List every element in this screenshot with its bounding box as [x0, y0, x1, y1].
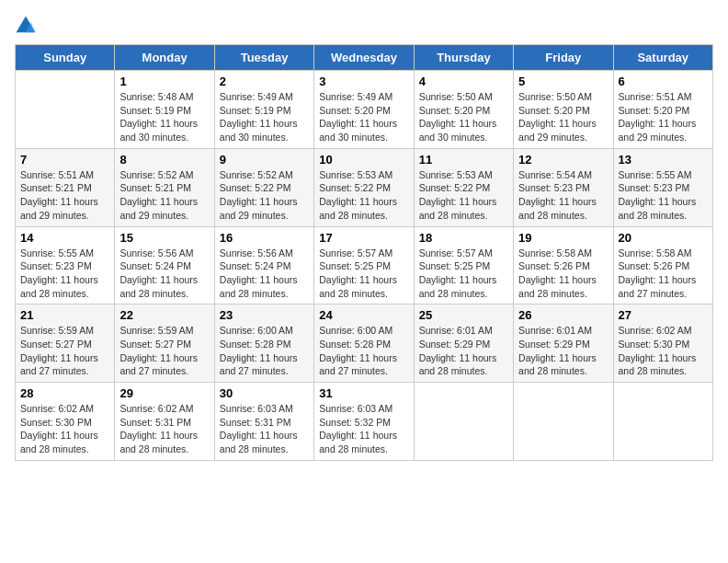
day-cell: 30Sunrise: 6:03 AMSunset: 5:31 PMDayligh…: [214, 383, 313, 461]
day-info: Sunrise: 6:01 AMSunset: 5:29 PMDaylight:…: [419, 324, 508, 378]
day-number: 4: [419, 75, 508, 88]
day-info: Sunrise: 5:59 AMSunset: 5:27 PMDaylight:…: [20, 324, 109, 378]
day-info: Sunrise: 5:57 AMSunset: 5:25 PMDaylight:…: [319, 247, 408, 301]
col-header-thursday: Thursday: [414, 45, 513, 71]
day-number: 23: [220, 308, 309, 322]
col-header-friday: Friday: [514, 45, 613, 71]
day-info: Sunrise: 6:03 AMSunset: 5:31 PMDaylight:…: [220, 402, 309, 456]
day-number: 18: [419, 231, 508, 245]
day-cell: 29Sunrise: 6:02 AMSunset: 5:31 PMDayligh…: [115, 383, 214, 461]
day-cell: 20Sunrise: 5:58 AMSunset: 5:26 PMDayligh…: [613, 226, 712, 304]
day-number: 15: [119, 231, 209, 245]
day-number: 2: [220, 75, 309, 88]
day-info: Sunrise: 5:49 AMSunset: 5:19 PMDaylight:…: [220, 90, 309, 144]
week-row-5: 28Sunrise: 6:02 AMSunset: 5:30 PMDayligh…: [16, 383, 713, 461]
day-cell: 7Sunrise: 5:51 AMSunset: 5:21 PMDaylight…: [16, 148, 115, 226]
day-number: 6: [619, 75, 708, 88]
day-cell: 1Sunrise: 5:48 AMSunset: 5:19 PMDaylight…: [115, 71, 214, 149]
day-number: 21: [20, 308, 109, 322]
day-cell: [414, 383, 513, 461]
day-number: 3: [319, 75, 408, 88]
day-number: 12: [518, 153, 608, 167]
day-number: 29: [119, 386, 209, 400]
day-number: 25: [419, 308, 508, 322]
day-cell: 31Sunrise: 6:03 AMSunset: 5:32 PMDayligh…: [314, 383, 414, 461]
day-number: 24: [319, 308, 408, 322]
day-info: Sunrise: 5:56 AMSunset: 5:24 PMDaylight:…: [220, 247, 309, 301]
day-info: Sunrise: 5:51 AMSunset: 5:21 PMDaylight:…: [20, 168, 109, 223]
day-cell: 10Sunrise: 5:53 AMSunset: 5:22 PMDayligh…: [314, 148, 414, 226]
day-number: 5: [518, 75, 608, 88]
day-number: 13: [619, 153, 708, 167]
day-cell: 3Sunrise: 5:49 AMSunset: 5:20 PMDaylight…: [314, 71, 414, 149]
week-row-3: 14Sunrise: 5:55 AMSunset: 5:23 PMDayligh…: [16, 226, 713, 304]
day-info: Sunrise: 5:48 AMSunset: 5:19 PMDaylight:…: [119, 90, 209, 144]
day-info: Sunrise: 5:58 AMSunset: 5:26 PMDaylight:…: [518, 247, 608, 301]
logo: [15, 15, 40, 37]
col-header-monday: Monday: [115, 45, 214, 71]
day-number: 9: [220, 153, 309, 167]
day-info: Sunrise: 5:52 AMSunset: 5:21 PMDaylight:…: [119, 168, 209, 223]
day-info: Sunrise: 6:02 AMSunset: 5:30 PMDaylight:…: [20, 402, 109, 456]
header-row: SundayMondayTuesdayWednesdayThursdayFrid…: [16, 45, 713, 71]
day-cell: 9Sunrise: 5:52 AMSunset: 5:22 PMDaylight…: [214, 148, 313, 226]
day-number: 1: [119, 75, 209, 88]
day-info: Sunrise: 5:55 AMSunset: 5:23 PMDaylight:…: [619, 168, 708, 223]
col-header-sunday: Sunday: [16, 45, 115, 71]
day-info: Sunrise: 5:58 AMSunset: 5:26 PMDaylight:…: [619, 247, 708, 301]
day-info: Sunrise: 5:57 AMSunset: 5:25 PMDaylight:…: [419, 247, 508, 301]
day-cell: 5Sunrise: 5:50 AMSunset: 5:20 PMDaylight…: [514, 71, 613, 149]
calendar-table: SundayMondayTuesdayWednesdayThursdayFrid…: [15, 44, 713, 461]
day-info: Sunrise: 5:59 AMSunset: 5:27 PMDaylight:…: [119, 324, 209, 378]
day-info: Sunrise: 5:51 AMSunset: 5:20 PMDaylight:…: [619, 90, 708, 144]
day-number: 8: [119, 153, 209, 167]
day-cell: 4Sunrise: 5:50 AMSunset: 5:20 PMDaylight…: [414, 71, 513, 149]
day-cell: 22Sunrise: 5:59 AMSunset: 5:27 PMDayligh…: [115, 304, 214, 383]
day-info: Sunrise: 5:50 AMSunset: 5:20 PMDaylight:…: [518, 90, 608, 144]
day-cell: 15Sunrise: 5:56 AMSunset: 5:24 PMDayligh…: [115, 226, 214, 304]
day-cell: 2Sunrise: 5:49 AMSunset: 5:19 PMDaylight…: [214, 71, 313, 149]
day-number: 31: [319, 386, 408, 400]
day-cell: 28Sunrise: 6:02 AMSunset: 5:30 PMDayligh…: [16, 383, 115, 461]
day-info: Sunrise: 5:56 AMSunset: 5:24 PMDaylight:…: [119, 247, 209, 301]
week-row-1: 1Sunrise: 5:48 AMSunset: 5:19 PMDaylight…: [16, 71, 713, 149]
day-cell: 21Sunrise: 5:59 AMSunset: 5:27 PMDayligh…: [16, 304, 115, 383]
day-cell: 13Sunrise: 5:55 AMSunset: 5:23 PMDayligh…: [613, 148, 712, 226]
day-number: 30: [220, 386, 309, 400]
day-cell: [613, 383, 712, 461]
day-info: Sunrise: 6:00 AMSunset: 5:28 PMDaylight:…: [220, 324, 309, 378]
col-header-tuesday: Tuesday: [214, 45, 313, 71]
day-cell: 12Sunrise: 5:54 AMSunset: 5:23 PMDayligh…: [514, 148, 613, 226]
day-info: Sunrise: 6:02 AMSunset: 5:30 PMDaylight:…: [619, 324, 708, 378]
day-number: 11: [419, 153, 508, 167]
day-cell: 18Sunrise: 5:57 AMSunset: 5:25 PMDayligh…: [414, 226, 513, 304]
day-number: 17: [319, 231, 408, 245]
day-cell: 14Sunrise: 5:55 AMSunset: 5:23 PMDayligh…: [16, 226, 115, 304]
day-info: Sunrise: 5:53 AMSunset: 5:22 PMDaylight:…: [319, 168, 408, 223]
logo-icon: [15, 15, 37, 37]
day-cell: 24Sunrise: 6:00 AMSunset: 5:28 PMDayligh…: [314, 304, 414, 383]
day-cell: 6Sunrise: 5:51 AMSunset: 5:20 PMDaylight…: [613, 71, 712, 149]
day-info: Sunrise: 5:50 AMSunset: 5:20 PMDaylight:…: [419, 90, 508, 144]
day-cell: 11Sunrise: 5:53 AMSunset: 5:22 PMDayligh…: [414, 148, 513, 226]
day-cell: 27Sunrise: 6:02 AMSunset: 5:30 PMDayligh…: [613, 304, 712, 383]
week-row-2: 7Sunrise: 5:51 AMSunset: 5:21 PMDaylight…: [16, 148, 713, 226]
day-number: 20: [619, 231, 708, 245]
day-number: 27: [619, 308, 708, 322]
day-info: Sunrise: 5:53 AMSunset: 5:22 PMDaylight:…: [419, 168, 508, 223]
day-number: 26: [518, 308, 608, 322]
day-cell: 26Sunrise: 6:01 AMSunset: 5:29 PMDayligh…: [514, 304, 613, 383]
day-cell: 16Sunrise: 5:56 AMSunset: 5:24 PMDayligh…: [214, 226, 313, 304]
day-cell: 23Sunrise: 6:00 AMSunset: 5:28 PMDayligh…: [214, 304, 313, 383]
day-number: 28: [20, 386, 109, 400]
day-info: Sunrise: 5:54 AMSunset: 5:23 PMDaylight:…: [518, 168, 608, 223]
day-info: Sunrise: 5:55 AMSunset: 5:23 PMDaylight:…: [20, 247, 109, 301]
day-number: 14: [20, 231, 109, 245]
day-info: Sunrise: 6:01 AMSunset: 5:29 PMDaylight:…: [518, 324, 608, 378]
week-row-4: 21Sunrise: 5:59 AMSunset: 5:27 PMDayligh…: [16, 304, 713, 383]
day-number: 22: [119, 308, 209, 322]
day-cell: 8Sunrise: 5:52 AMSunset: 5:21 PMDaylight…: [115, 148, 214, 226]
col-header-saturday: Saturday: [613, 45, 712, 71]
col-header-wednesday: Wednesday: [314, 45, 414, 71]
header: [15, 15, 713, 37]
